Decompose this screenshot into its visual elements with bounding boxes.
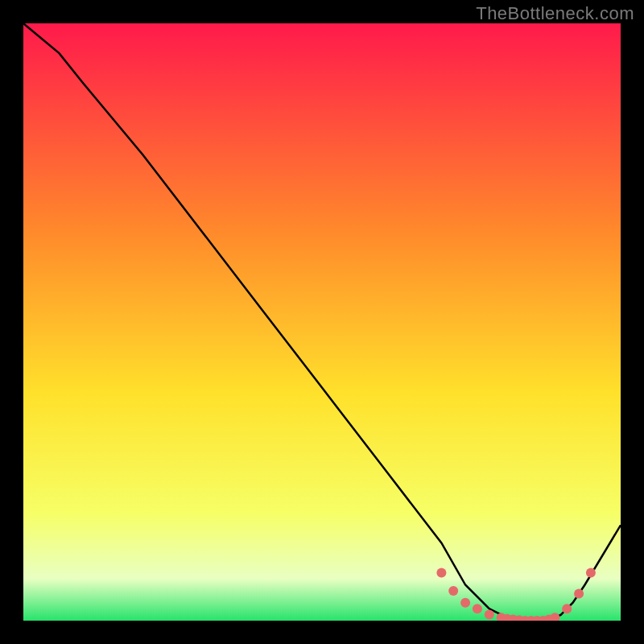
gradient-background: [23, 23, 621, 621]
marker-dot: [473, 604, 482, 613]
marker-dot: [460, 598, 470, 608]
marker-dot: [574, 589, 584, 599]
marker-dot: [485, 610, 494, 620]
marker-dot: [448, 586, 458, 596]
chart-svg: [23, 23, 621, 621]
marker-dot: [436, 568, 446, 578]
chart-frame: TheBottleneck.com: [0, 0, 644, 644]
plot-area: [23, 23, 621, 621]
watermark-text: TheBottleneck.com: [476, 3, 634, 24]
marker-dot: [586, 568, 596, 578]
marker-dot: [562, 604, 572, 613]
